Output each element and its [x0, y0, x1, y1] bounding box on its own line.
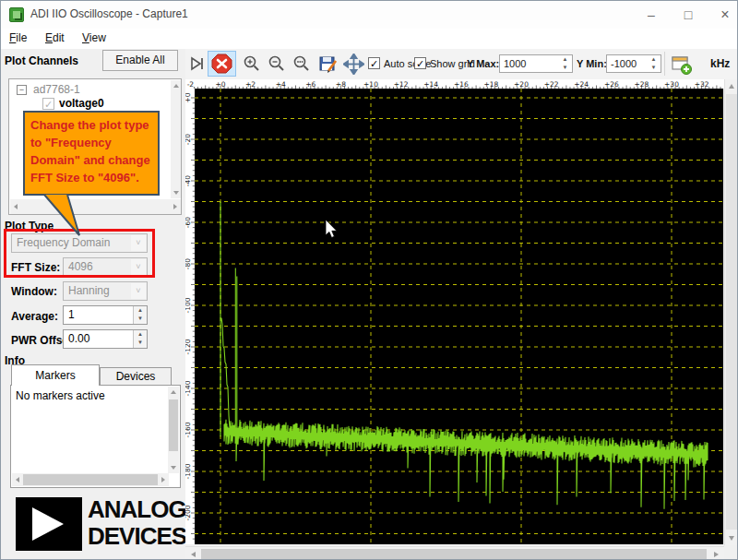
svg-text:+24: +24 [574, 80, 589, 89]
average-spinbox[interactable]: 1 ▲▼ [63, 305, 148, 325]
zoom-fit-icon[interactable] [292, 54, 311, 73]
tree-expander-icon[interactable]: − [17, 85, 27, 95]
svg-text:-180: -180 [185, 463, 192, 479]
fft-plot[interactable]: -2+0+2+4+6+8+10+12+14+16+18+20+22+24+26+… [185, 79, 724, 546]
menu-file[interactable]: File [9, 31, 27, 44]
y-min-label: Y Min: [577, 58, 607, 69]
step-icon[interactable] [189, 55, 206, 72]
toolbar-separator [664, 52, 665, 76]
no-markers-text: No markers active [16, 389, 105, 402]
voltage0-checkbox[interactable]: ✓ [42, 98, 54, 110]
svg-text:+10: +10 [363, 80, 378, 89]
svg-text:-160: -160 [185, 422, 192, 437]
auto-scale-checkbox[interactable]: ✓ [368, 57, 380, 69]
tree-horizontal-scrollbar[interactable] [10, 199, 181, 214]
svg-text:-20: -20 [185, 134, 192, 145]
tab-devices[interactable]: Devices [100, 367, 172, 386]
svg-text:+28: +28 [634, 80, 649, 89]
frequency-unit-label: kHz [710, 57, 730, 70]
svg-text:+0: +0 [185, 92, 192, 102]
scroll-down-icon[interactable] [173, 191, 179, 195]
menu-bar: File Edit View [1, 29, 737, 49]
svg-text:+18: +18 [483, 80, 498, 89]
tab-markers[interactable]: Markers [11, 364, 100, 386]
svg-text:+12: +12 [394, 80, 409, 89]
show-grid-checkbox[interactable]: ✓ [414, 57, 426, 69]
scroll-up-icon[interactable] [171, 390, 176, 394]
title-bar: ADI IIO Oscilloscope - Capture1 – □ × [1, 1, 737, 29]
spinner-arrows-icon[interactable]: ▲▼ [133, 306, 147, 324]
instruction-callout: Change the plot type to "Frequency Domai… [23, 111, 160, 196]
app-window: ADI IIO Oscilloscope - Capture1 – □ × Fi… [0, 0, 738, 560]
stop-icon [208, 52, 235, 76]
scroll-thumb[interactable] [201, 549, 707, 560]
svg-text:+14: +14 [423, 80, 438, 89]
scroll-right-icon[interactable] [161, 477, 165, 483]
pwr-offset-spinbox[interactable]: 0.00 ▲▼ [63, 329, 148, 349]
svg-text:-140: -140 [185, 380, 192, 396]
svg-text:+16: +16 [454, 80, 469, 89]
menu-edit[interactable]: Edit [45, 31, 65, 44]
scroll-down-icon[interactable] [171, 466, 176, 470]
menu-view[interactable]: View [82, 31, 106, 44]
maximize-button[interactable]: □ [674, 5, 702, 25]
window-dropdown[interactable]: Hanning ˅ [63, 281, 148, 301]
svg-text:+0: +0 [215, 80, 225, 89]
spinner-arrows-icon[interactable]: ▲▼ [558, 55, 572, 72]
scroll-up-icon[interactable] [729, 84, 734, 89]
chevron-down-icon: ˅ [131, 283, 146, 299]
scroll-thumb[interactable] [23, 474, 158, 485]
scroll-right-icon[interactable] [714, 552, 719, 557]
scroll-left-icon[interactable] [191, 552, 196, 557]
y-max-label: Y Max: [467, 58, 499, 69]
info-horizontal-scrollbar[interactable] [12, 473, 169, 486]
scroll-up-icon[interactable] [173, 84, 179, 88]
plot-horizontal-scrollbar[interactable] [185, 546, 724, 560]
logo-triangle-icon [16, 497, 82, 551]
scroll-right-icon[interactable] [173, 204, 177, 209]
scroll-thumb[interactable] [169, 399, 178, 451]
pan-icon[interactable] [343, 54, 364, 75]
svg-text:+26: +26 [604, 80, 619, 89]
info-vertical-scrollbar[interactable] [168, 387, 179, 473]
average-label: Average: [11, 310, 58, 323]
zoom-in-icon[interactable] [243, 54, 261, 73]
scroll-left-icon[interactable] [14, 204, 18, 209]
svg-text:+30: +30 [664, 80, 679, 89]
svg-text:+6: +6 [305, 80, 315, 89]
y-min-spinbox[interactable]: -1000 ▲▼ [606, 54, 661, 73]
stop-capture-button[interactable] [208, 51, 236, 77]
plot-channels-label: Plot Channels [5, 54, 78, 67]
window-label: Window: [11, 285, 57, 298]
markers-info-panel: No markers active [10, 385, 181, 488]
spinner-arrows-icon[interactable]: ▲▼ [133, 330, 147, 348]
svg-text:+32: +32 [695, 80, 709, 89]
zoom-out-icon[interactable] [268, 54, 286, 73]
channel-node-label[interactable]: voltage0 [59, 97, 104, 110]
svg-text:+4: +4 [276, 80, 286, 89]
svg-text:-2: -2 [187, 80, 195, 89]
enable-all-button[interactable]: Enable All [102, 50, 178, 71]
scroll-thumb[interactable] [726, 94, 738, 530]
window-title: ADI IIO Oscilloscope - Capture1 [30, 7, 188, 20]
svg-text:-120: -120 [185, 339, 192, 354]
tree-vertical-scrollbar[interactable] [171, 80, 181, 198]
analog-devices-logo [16, 497, 82, 551]
callout-tail [38, 194, 93, 240]
spinner-arrows-icon[interactable]: ▲▼ [647, 55, 661, 72]
svg-text:-60: -60 [185, 217, 192, 228]
plot-vertical-scrollbar[interactable] [724, 79, 738, 545]
analog-devices-wordmark: ANALOG DEVICES [88, 496, 186, 550]
app-icon [9, 7, 24, 22]
new-plot-icon[interactable] [671, 54, 693, 76]
svg-text:+8: +8 [336, 80, 346, 89]
close-button[interactable]: × [711, 5, 738, 25]
device-node-label[interactable]: ad7768-1 [33, 83, 80, 96]
scroll-left-icon[interactable] [16, 477, 19, 483]
save-icon[interactable] [317, 54, 338, 74]
scroll-down-icon[interactable] [729, 536, 734, 541]
minimize-button[interactable]: – [637, 5, 665, 25]
y-max-spinbox[interactable]: 1000 ▲▼ [499, 54, 573, 73]
svg-text:+2: +2 [245, 80, 256, 89]
svg-text:-80: -80 [185, 258, 192, 269]
